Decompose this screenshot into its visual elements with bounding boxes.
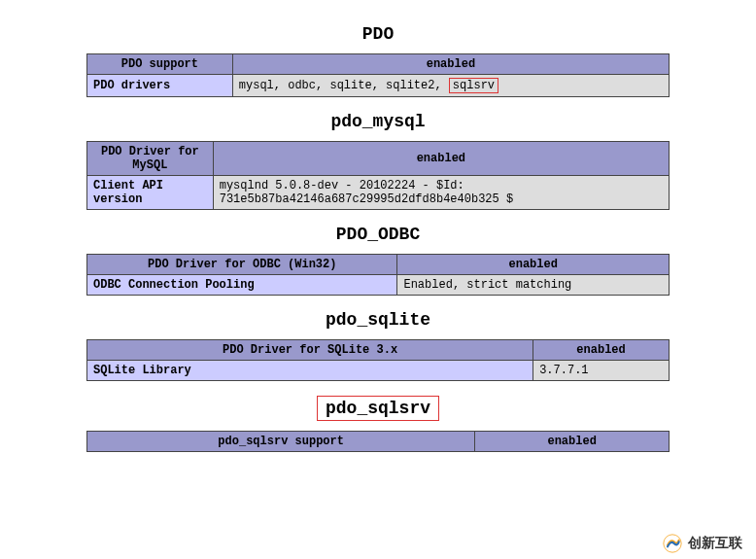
pdo-mysql-header-driver: PDO Driver for MySQL bbox=[87, 142, 214, 176]
pdo-row-key: PDO drivers bbox=[87, 75, 233, 97]
pdo-odbc-table: PDO Driver for ODBC (Win32) enabled ODBC… bbox=[86, 254, 670, 296]
pdo-sqlite-header-driver: PDO Driver for SQLite 3.x bbox=[87, 340, 533, 361]
pdo-header-support: PDO support bbox=[87, 54, 233, 75]
pdo-header-enabled: enabled bbox=[232, 54, 669, 75]
pdo-mysql-header-enabled: enabled bbox=[213, 142, 669, 176]
pdo-odbc-header-driver: PDO Driver for ODBC (Win32) bbox=[87, 255, 397, 275]
pdo-sqlsrv-table: pdo_sqlsrv support enabled bbox=[86, 431, 670, 452]
pdo-sqlite-table: PDO Driver for SQLite 3.x enabled SQLite… bbox=[86, 339, 670, 381]
pdo-odbc-row-key: ODBC Connection Pooling bbox=[87, 275, 397, 296]
section-title-pdo: PDO bbox=[19, 24, 737, 44]
pdo-mysql-row-val: mysqlnd 5.0.8-dev - 20102224 - $Id: 731e… bbox=[213, 176, 669, 210]
pdo-row-val: mysql, odbc, sqlite, sqlite2, sqlsrv bbox=[232, 75, 669, 97]
section-title-pdo-mysql: pdo_mysql bbox=[19, 112, 737, 131]
pdo-odbc-header-enabled: enabled bbox=[397, 255, 670, 275]
highlight-sqlsrv: sqlsrv bbox=[449, 78, 498, 93]
pdo-sqlite-row-val: 3.7.7.1 bbox=[533, 361, 670, 381]
pdo-drivers-prefix: mysql, odbc, sqlite, sqlite2, bbox=[239, 79, 449, 92]
pdo-sqlsrv-header-enabled: enabled bbox=[475, 432, 670, 452]
section-title-pdo-odbc: PDO_ODBC bbox=[19, 225, 737, 244]
pdo-odbc-row-val: Enabled, strict matching bbox=[397, 275, 670, 296]
pdo-table: PDO support enabled PDO drivers mysql, o… bbox=[86, 53, 670, 97]
section-title-pdo-sqlite: pdo_sqlite bbox=[19, 310, 737, 330]
pdo-sqlsrv-header-support: pdo_sqlsrv support bbox=[87, 432, 475, 452]
pdo-mysql-row-key: Client API version bbox=[87, 176, 214, 210]
pdo-sqlite-header-enabled: enabled bbox=[533, 340, 670, 361]
highlight-title-pdo-sqlsrv: pdo_sqlsrv bbox=[317, 396, 439, 421]
pdo-mysql-table: PDO Driver for MySQL enabled Client API … bbox=[86, 141, 670, 210]
section-title-pdo-sqlsrv: pdo_sqlsrv bbox=[19, 396, 737, 421]
pdo-sqlite-row-key: SQLite Library bbox=[87, 361, 533, 381]
